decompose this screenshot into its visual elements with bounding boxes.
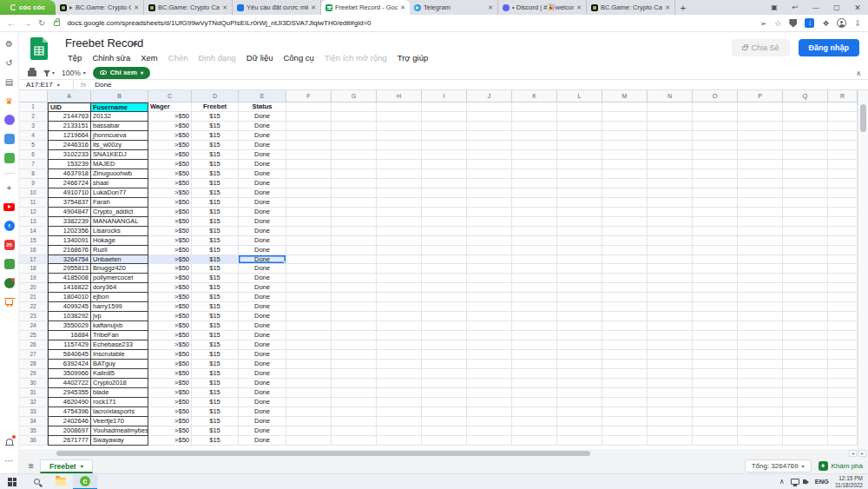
cell-M35[interactable] [602,426,648,436]
cell-J13[interactable] [467,217,512,227]
cell-J7[interactable] [467,160,512,169]
column-header-M[interactable]: M [602,90,648,102]
cell-Q19[interactable] [783,274,828,283]
cell-D19[interactable]: $15 [192,274,239,283]
all-sheets-menu-icon[interactable]: ≡ [23,461,40,471]
cell-E1[interactable]: Status [239,102,286,112]
cell-I13[interactable] [422,217,467,227]
cell-J12[interactable] [467,208,512,217]
horizontal-scrollbar[interactable]: ◂ ▸ [19,449,868,458]
cell-I9[interactable] [422,179,467,188]
cell-N15[interactable] [648,236,693,246]
cell-I14[interactable] [422,227,467,236]
browser-tab-2[interactable]: Yêu cầu đặt cược miễn p✕ [233,0,321,15]
sheet-tab-freebet[interactable]: Freebet ▾ [40,459,93,473]
cell-M23[interactable] [602,312,648,321]
cell-K2[interactable] [512,112,557,122]
games-icon[interactable] [3,152,16,164]
santa-hat-icon[interactable] [3,277,16,289]
cell-K28[interactable] [512,360,557,369]
cell-M20[interactable] [602,283,648,293]
cell-C32[interactable]: >$50 [148,398,192,407]
cell-C30[interactable]: >$50 [148,379,192,388]
cell-L8[interactable] [557,169,602,179]
speaker-icon[interactable] [806,479,809,485]
cell-N3[interactable] [648,122,693,131]
cell-L10[interactable] [557,188,602,198]
cell-L17[interactable] [557,255,602,265]
row-header-12[interactable]: 12 [19,208,48,217]
bookmark-star-icon[interactable]: ☆ [774,19,781,28]
cell-O20[interactable] [693,283,738,293]
row-header-33[interactable]: 33 [19,407,48,417]
name-box[interactable]: A17:E17 ▾ [19,81,73,89]
cell-O3[interactable] [693,122,738,131]
cell-P9[interactable] [738,179,783,188]
cell-D12[interactable]: $15 [192,208,239,217]
cell-J15[interactable] [467,236,512,246]
cell-M14[interactable] [602,227,648,236]
cell-R6[interactable] [828,150,858,160]
cell-D18[interactable]: $15 [192,264,239,274]
cell-M6[interactable] [602,150,648,160]
cell-B24[interactable]: kaftanujxb [91,321,148,331]
cell-J36[interactable] [467,436,512,446]
cell-N18[interactable] [648,264,693,274]
cell-A34[interactable]: 2402646 [48,417,91,426]
cell-A5[interactable]: 2446316 [48,141,91,150]
cell-N30[interactable] [648,379,693,388]
cell-L1[interactable] [557,102,602,112]
cell-Q31[interactable] [783,388,828,398]
cell-F18[interactable] [286,264,332,274]
cell-N13[interactable] [648,217,693,227]
cell-H19[interactable] [377,274,422,283]
cell-O29[interactable] [693,369,738,379]
cell-R16[interactable] [828,246,858,255]
cell-P20[interactable] [738,283,783,293]
cell-E19[interactable]: Done [239,274,286,283]
cell-N11[interactable] [648,198,693,208]
cell-Q32[interactable] [783,398,828,407]
cell-A16[interactable]: 2168676 [48,246,91,255]
cell-F24[interactable] [286,321,332,331]
cell-N32[interactable] [648,398,693,407]
cell-G23[interactable] [332,312,377,321]
cell-G14[interactable] [332,227,377,236]
cell-N8[interactable] [648,169,693,179]
shop-cart-icon[interactable] [3,296,16,308]
cell-N10[interactable] [648,188,693,198]
cell-C12[interactable]: >$50 [148,208,192,217]
cell-F20[interactable] [286,283,332,293]
cell-C3[interactable]: >$50 [148,122,192,131]
cell-C7[interactable]: >$50 [148,160,192,169]
cell-Q16[interactable] [783,246,828,255]
cell-H5[interactable] [377,141,422,150]
cell-R29[interactable] [828,369,858,379]
cell-B18[interactable]: Bnuggz420 [91,264,148,274]
cell-K15[interactable] [512,236,557,246]
cell-G20[interactable] [332,283,377,293]
download-badge-icon[interactable]: ↓ [805,18,814,28]
forward-icon[interactable]: → [23,18,31,28]
cell-M3[interactable] [602,122,648,131]
cell-H36[interactable] [377,436,422,446]
cell-I29[interactable] [422,369,467,379]
cell-I6[interactable] [422,150,467,160]
cell-O30[interactable] [693,379,738,388]
cell-I36[interactable] [422,436,467,446]
cell-D33[interactable]: $15 [192,407,239,417]
cell-L15[interactable] [557,236,602,246]
cell-L6[interactable] [557,150,602,160]
cell-F23[interactable] [286,312,332,321]
cell-M34[interactable] [602,417,648,426]
cell-I11[interactable] [422,198,467,208]
cell-C16[interactable]: >$50 [148,246,192,255]
cell-R30[interactable] [828,379,858,388]
filter-icon[interactable] [43,70,50,75]
cell-M21[interactable] [602,293,648,302]
cell-B19[interactable]: pollymercocet [91,274,148,283]
cell-F17[interactable] [286,255,332,265]
browser-tab-4[interactable]: Telegram✕ [410,0,498,15]
cell-O13[interactable] [693,217,738,227]
cell-G26[interactable] [332,340,377,350]
